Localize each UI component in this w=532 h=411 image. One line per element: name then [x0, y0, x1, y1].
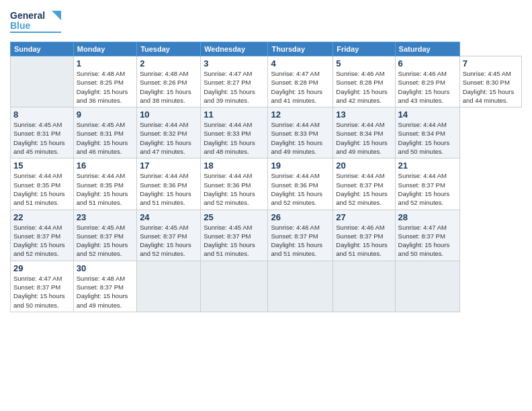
day-number: 7 — [463, 58, 519, 68]
day-info: Sunrise: 4:44 AM Sunset: 8:34 PM Dayligh… — [398, 120, 457, 156]
day-info: Sunrise: 4:44 AM Sunset: 8:33 PM Dayligh… — [204, 120, 265, 156]
calendar-day-cell: 28 Sunrise: 4:47 AM Sunset: 8:37 PM Dayl… — [395, 210, 459, 261]
day-number: 9 — [77, 109, 134, 120]
day-number: 20 — [336, 161, 392, 171]
day-number: 26 — [271, 212, 330, 222]
day-number: 2 — [140, 58, 197, 68]
col-tuesday: Tuesday — [137, 42, 201, 56]
calendar-day-cell: 2 Sunrise: 4:48 AM Sunset: 8:26 PM Dayli… — [137, 56, 201, 107]
sunrise: Sunrise: 4:44 AM — [398, 171, 457, 180]
day-number: 13 — [336, 109, 392, 120]
calendar-day-cell — [137, 261, 201, 312]
daylight: Daylight: 15 hours and 51 minutes. — [77, 189, 134, 208]
day-info: Sunrise: 4:46 AM Sunset: 8:37 PM Dayligh… — [336, 223, 392, 259]
day-number: 30 — [77, 263, 134, 273]
calendar-day-cell — [268, 261, 333, 312]
calendar-header-row: Sunday Monday Tuesday Wednesday Thursday… — [11, 42, 522, 56]
calendar-day-cell: 14 Sunrise: 4:44 AM Sunset: 8:34 PM Dayl… — [395, 107, 459, 158]
sunset: Sunset: 8:35 PM — [13, 181, 71, 189]
day-number: 8 — [13, 109, 71, 120]
daylight: Daylight: 15 hours and 36 minutes. — [77, 87, 134, 105]
calendar-day-cell: 3 Sunrise: 4:47 AM Sunset: 8:27 PM Dayli… — [201, 56, 268, 107]
calendar-week-row: 22 Sunrise: 4:44 AM Sunset: 8:37 PM Dayl… — [11, 210, 522, 261]
daylight: Daylight: 15 hours and 46 minutes. — [77, 138, 134, 156]
sunrise: Sunrise: 4:44 AM — [271, 171, 330, 180]
calendar-day-cell: 17 Sunrise: 4:44 AM Sunset: 8:36 PM Dayl… — [137, 158, 201, 210]
day-info: Sunrise: 4:44 AM Sunset: 8:32 PM Dayligh… — [140, 120, 197, 156]
logo: General Blue — [10, 7, 64, 39]
daylight: Daylight: 15 hours and 49 minutes. — [271, 138, 330, 156]
calendar-day-cell: 13 Sunrise: 4:44 AM Sunset: 8:34 PM Dayl… — [333, 107, 395, 158]
daylight: Daylight: 15 hours and 52 minutes. — [398, 189, 457, 208]
day-info: Sunrise: 4:44 AM Sunset: 8:36 PM Dayligh… — [140, 171, 197, 207]
sunset: Sunset: 8:28 PM — [336, 78, 392, 87]
day-number: 29 — [13, 263, 71, 273]
daylight: Daylight: 15 hours and 50 minutes. — [13, 291, 71, 310]
sunrise: Sunrise: 4:44 AM — [140, 171, 197, 180]
day-number: 15 — [13, 161, 71, 171]
calendar-day-cell — [395, 261, 459, 312]
sunset: Sunset: 8:36 PM — [204, 181, 265, 189]
daylight: Daylight: 15 hours and 41 minutes. — [271, 87, 330, 105]
daylight: Daylight: 15 hours and 52 minutes. — [271, 189, 330, 208]
sunrise: Sunrise: 4:47 AM — [398, 223, 457, 232]
day-number: 23 — [77, 212, 134, 222]
day-info: Sunrise: 4:45 AM Sunset: 8:37 PM Dayligh… — [77, 223, 134, 259]
day-info: Sunrise: 4:44 AM Sunset: 8:33 PM Dayligh… — [271, 120, 330, 156]
sunrise: Sunrise: 4:44 AM — [336, 171, 392, 180]
calendar-day-cell: 16 Sunrise: 4:44 AM Sunset: 8:35 PM Dayl… — [73, 158, 136, 210]
day-info: Sunrise: 4:46 AM Sunset: 8:28 PM Dayligh… — [336, 69, 392, 105]
daylight: Daylight: 15 hours and 44 minutes. — [463, 87, 519, 105]
calendar-day-cell — [11, 56, 74, 107]
calendar-day-cell: 30 Sunrise: 4:48 AM Sunset: 8:37 PM Dayl… — [73, 261, 136, 312]
day-number: 21 — [398, 161, 457, 171]
day-number: 11 — [204, 109, 265, 120]
day-number: 10 — [140, 109, 197, 120]
day-info: Sunrise: 4:48 AM Sunset: 8:37 PM Dayligh… — [77, 274, 134, 310]
calendar-day-cell: 4 Sunrise: 4:47 AM Sunset: 8:28 PM Dayli… — [268, 56, 333, 107]
sunrise: Sunrise: 4:45 AM — [77, 223, 134, 232]
daylight: Daylight: 15 hours and 52 minutes. — [336, 189, 392, 208]
daylight: Daylight: 15 hours and 47 minutes. — [140, 138, 197, 156]
day-number: 14 — [398, 109, 457, 120]
day-number: 19 — [271, 161, 330, 171]
sunrise: Sunrise: 4:48 AM — [77, 274, 134, 283]
calendar-day-cell: 25 Sunrise: 4:45 AM Sunset: 8:37 PM Dayl… — [201, 210, 268, 261]
daylight: Daylight: 15 hours and 43 minutes. — [398, 87, 457, 105]
calendar-day-cell: 1 Sunrise: 4:48 AM Sunset: 8:25 PM Dayli… — [73, 56, 136, 107]
day-info: Sunrise: 4:44 AM Sunset: 8:36 PM Dayligh… — [204, 171, 265, 207]
day-number: 6 — [398, 58, 457, 68]
sunset: Sunset: 8:31 PM — [77, 129, 134, 138]
col-monday: Monday — [73, 42, 136, 56]
calendar-day-cell: 29 Sunrise: 4:47 AM Sunset: 8:37 PM Dayl… — [11, 261, 74, 312]
day-info: Sunrise: 4:44 AM Sunset: 8:34 PM Dayligh… — [336, 120, 392, 156]
sunset: Sunset: 8:37 PM — [271, 232, 330, 240]
calendar-day-cell: 24 Sunrise: 4:45 AM Sunset: 8:37 PM Dayl… — [137, 210, 201, 261]
sunset: Sunset: 8:33 PM — [271, 129, 330, 138]
daylight: Daylight: 15 hours and 49 minutes. — [336, 138, 392, 156]
day-info: Sunrise: 4:46 AM Sunset: 8:37 PM Dayligh… — [271, 223, 330, 259]
sunrise: Sunrise: 4:44 AM — [77, 171, 134, 180]
sunset: Sunset: 8:26 PM — [140, 78, 197, 87]
calendar-day-cell — [333, 261, 395, 312]
day-info: Sunrise: 4:45 AM Sunset: 8:37 PM Dayligh… — [140, 223, 197, 259]
sunset: Sunset: 8:25 PM — [77, 78, 134, 87]
calendar-week-row: 29 Sunrise: 4:47 AM Sunset: 8:37 PM Dayl… — [11, 261, 522, 312]
day-info: Sunrise: 4:47 AM Sunset: 8:28 PM Dayligh… — [271, 69, 330, 105]
sunset: Sunset: 8:36 PM — [271, 181, 330, 189]
calendar-day-cell: 9 Sunrise: 4:45 AM Sunset: 8:31 PM Dayli… — [73, 107, 136, 158]
calendar-day-cell: 15 Sunrise: 4:44 AM Sunset: 8:35 PM Dayl… — [11, 158, 74, 210]
calendar-day-cell: 21 Sunrise: 4:44 AM Sunset: 8:37 PM Dayl… — [395, 158, 459, 210]
day-info: Sunrise: 4:45 AM Sunset: 8:37 PM Dayligh… — [204, 223, 265, 259]
calendar-week-row: 1 Sunrise: 4:48 AM Sunset: 8:25 PM Dayli… — [11, 56, 522, 107]
sunrise: Sunrise: 4:44 AM — [204, 120, 265, 129]
day-number: 27 — [336, 212, 392, 222]
calendar-day-cell: 22 Sunrise: 4:44 AM Sunset: 8:37 PM Dayl… — [11, 210, 74, 261]
sunrise: Sunrise: 4:47 AM — [204, 69, 265, 78]
day-info: Sunrise: 4:48 AM Sunset: 8:26 PM Dayligh… — [140, 69, 197, 105]
sunset: Sunset: 8:37 PM — [398, 181, 457, 189]
daylight: Daylight: 15 hours and 52 minutes. — [140, 240, 197, 259]
calendar-day-cell: 8 Sunrise: 4:45 AM Sunset: 8:31 PM Dayli… — [11, 107, 74, 158]
day-info: Sunrise: 4:45 AM Sunset: 8:31 PM Dayligh… — [77, 120, 134, 156]
sunrise: Sunrise: 4:44 AM — [271, 120, 330, 129]
